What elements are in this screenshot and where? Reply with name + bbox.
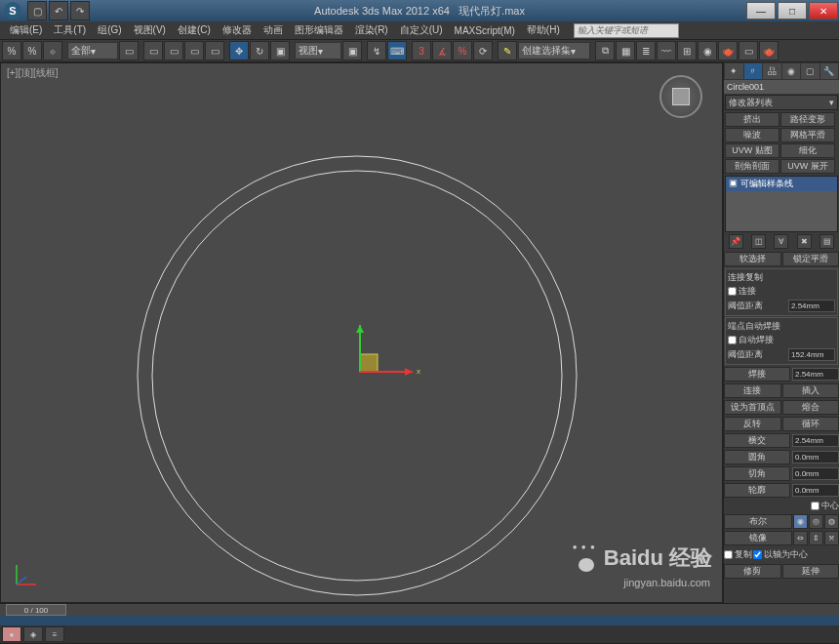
menu-modifiers[interactable]: 修改器 [217, 23, 258, 37]
spinner-snap-icon[interactable]: ⟳ [473, 41, 493, 60]
unlink-icon[interactable]: % [22, 41, 42, 60]
menu-graph[interactable]: 图形编辑器 [289, 23, 349, 37]
chamfer-button[interactable]: 切角 [724, 466, 790, 481]
pin-stack-icon[interactable]: 📌 [729, 234, 743, 249]
viewport[interactable]: [+][顶][线框] y x Baidu 经验 jin [0, 62, 723, 603]
fuse-button[interactable]: 熔合 [782, 400, 840, 415]
bind-icon[interactable]: ⟐ [43, 41, 62, 60]
qa-open-icon[interactable]: ▢ [27, 1, 47, 20]
weld-spinner[interactable]: 2.54mm [792, 368, 839, 381]
move-icon[interactable]: ✥ [229, 41, 249, 60]
align-icon[interactable]: ▦ [616, 41, 635, 60]
outline-button[interactable]: 轮廓 [724, 483, 790, 498]
snap-angle-icon[interactable]: ∡ [432, 41, 452, 60]
minimize-button[interactable]: — [746, 2, 776, 20]
snap-3d-icon[interactable]: 3 [412, 41, 431, 60]
copy-check[interactable]: 复制 [724, 547, 752, 562]
reverse-button[interactable]: 反转 [724, 417, 781, 431]
mod-bevelprofile[interactable]: 剖角剖面 [725, 159, 779, 174]
bool-int-icon[interactable]: ◍ [824, 514, 839, 529]
tab-utilities-icon[interactable]: 🔧 [820, 63, 839, 79]
center-icon[interactable]: ▣ [342, 41, 362, 60]
extend-button[interactable]: 延伸 [782, 564, 840, 579]
soft-selection[interactable]: 软选择 [724, 252, 781, 266]
object-name-field[interactable]: Circle001 [724, 80, 839, 94]
render-frame-icon[interactable]: ▭ [739, 41, 758, 60]
connect-check[interactable]: 连接 [728, 284, 835, 299]
mod-refine[interactable]: 细化 [780, 143, 835, 158]
mod-uvwmap[interactable]: UVW 贴图 [725, 143, 779, 158]
cycle-button[interactable]: 循环 [782, 417, 840, 431]
mod-noise[interactable]: 噪波 [725, 128, 779, 142]
transform-gizmo[interactable]: y x [350, 325, 428, 403]
select-region-icon[interactable]: ▭ [184, 41, 204, 60]
configure-icon[interactable]: ▤ [819, 234, 834, 249]
trim-button[interactable]: 修剪 [724, 564, 781, 579]
tab-motion-icon[interactable]: ◉ [782, 63, 801, 79]
snap-percent-icon[interactable]: % [453, 41, 472, 60]
threshold2-spinner[interactable]: 152.4mm [788, 348, 835, 361]
menu-custom[interactable]: 自定义(U) [394, 23, 449, 37]
make-first-button[interactable]: 设为首顶点 [724, 400, 781, 415]
ref-coord-dropdown[interactable]: 视图 ▾ [295, 42, 341, 60]
menu-group[interactable]: 组(G) [92, 23, 127, 37]
stack-editable-spline[interactable]: ▣ 可编辑样条线 [726, 177, 837, 191]
show-result-icon[interactable]: ◫ [751, 234, 766, 249]
close-button[interactable]: ✕ [809, 2, 838, 20]
lock-smooth[interactable]: 锁定平滑 [782, 252, 840, 266]
bool-union-icon[interactable]: ◉ [793, 514, 808, 529]
modifier-list-dropdown[interactable]: 修改器列表▾ [725, 95, 838, 110]
window-crossing-icon[interactable]: ▭ [205, 41, 224, 60]
timeline-filter-icon[interactable]: ≡ [45, 626, 64, 642]
modifier-stack[interactable]: ▣ 可编辑样条线 [725, 176, 838, 232]
maximize-button[interactable]: □ [778, 2, 807, 20]
timeline-key-icon[interactable]: ◈ [23, 626, 43, 642]
mirror-h-icon[interactable]: ⇔ [793, 531, 808, 545]
selection-set-dropdown[interactable]: 全部 ▾ [67, 42, 118, 60]
tab-create-icon[interactable]: ✦ [725, 63, 743, 79]
time-slider-handle[interactable]: 0 / 100 [6, 604, 66, 616]
rotate-icon[interactable]: ↻ [250, 41, 269, 60]
mod-meshsmooth[interactable]: 网格平滑 [780, 128, 835, 142]
mod-extrude[interactable]: 挤出 [725, 112, 779, 127]
menu-tools[interactable]: 工具(T) [48, 23, 92, 37]
cross-button[interactable]: 横交 [724, 433, 790, 448]
make-unique-icon[interactable]: ∀ [774, 234, 788, 249]
about-pivot-check[interactable]: 以轴为中心 [753, 547, 808, 562]
weld-button[interactable]: 焊接 [724, 367, 790, 382]
mirror-button[interactable]: 镜像 [724, 531, 792, 545]
render-icon[interactable]: 🫖 [759, 41, 779, 60]
edit-named-sel-icon[interactable]: ✎ [498, 41, 517, 60]
menu-maxscript[interactable]: MAXScript(M) [449, 25, 521, 36]
scale-icon[interactable]: ▣ [270, 41, 290, 60]
select-icon[interactable]: ▭ [143, 41, 163, 60]
fillet-button[interactable]: 圆角 [724, 450, 790, 464]
mirror-both-icon[interactable]: ⤧ [824, 531, 839, 545]
material-icon[interactable]: ◉ [698, 41, 717, 60]
cross-spinner[interactable]: 2.54mm [792, 434, 839, 447]
bool-sub-icon[interactable]: ◎ [809, 514, 823, 529]
boolean-button[interactable]: 布尔 [724, 514, 792, 529]
connect-button[interactable]: 连接 [724, 383, 781, 398]
filter-icon[interactable]: ▭ [119, 41, 139, 60]
curve-editor-icon[interactable]: 〰 [657, 41, 676, 60]
time-slider[interactable]: 0 / 100 [0, 604, 839, 616]
link-icon[interactable]: % [2, 41, 21, 60]
named-sel-dropdown[interactable]: 创建选择集 ▾ [518, 42, 590, 60]
tab-display-icon[interactable]: ▢ [801, 63, 819, 79]
qa-redo-icon[interactable]: ↷ [70, 1, 90, 20]
menu-create[interactable]: 创建(C) [172, 23, 217, 37]
menu-view[interactable]: 视图(V) [128, 23, 172, 37]
help-search-input[interactable]: 输入关键字或短语 [574, 23, 679, 38]
remove-mod-icon[interactable]: ✖ [797, 234, 812, 249]
keyboard-icon[interactable]: ⌨ [387, 41, 407, 60]
insert-button[interactable]: 插入 [782, 383, 840, 398]
qa-undo-icon[interactable]: ↶ [49, 1, 68, 20]
mod-pathdeform[interactable]: 路径变形 [780, 112, 835, 127]
autoweld-check[interactable]: 自动焊接 [728, 333, 835, 347]
schematic-icon[interactable]: ⊞ [677, 41, 697, 60]
mirror-v-icon[interactable]: ⇕ [809, 531, 823, 545]
threshold-spinner[interactable]: 2.54mm [788, 300, 835, 312]
select-name-icon[interactable]: ▭ [164, 41, 183, 60]
manip-icon[interactable]: ↯ [367, 41, 386, 60]
